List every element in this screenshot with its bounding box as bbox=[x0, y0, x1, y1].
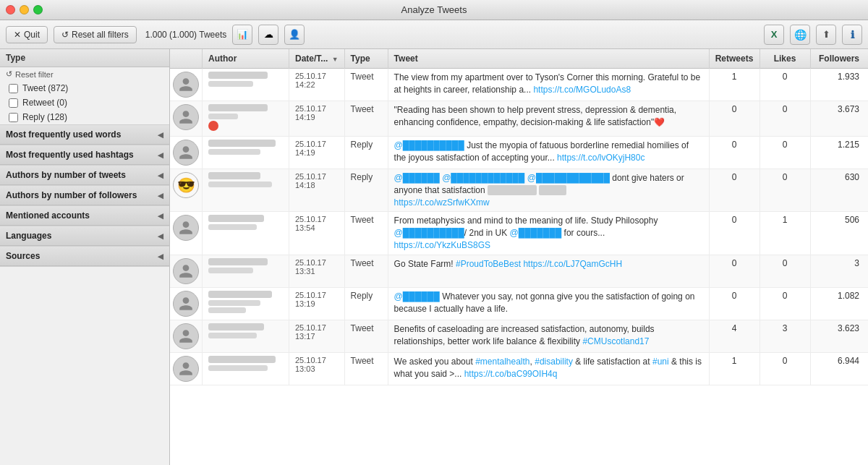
date-cell: 25.10.1713:03 bbox=[289, 352, 345, 385]
table-row: 25.10.1713:54 Tweet From metaphysics and… bbox=[170, 212, 868, 255]
author-handle bbox=[208, 149, 260, 155]
col-type[interactable]: Type bbox=[344, 49, 388, 69]
mention: @██████ bbox=[394, 173, 440, 183]
sources-section-header[interactable]: Sources ◀ bbox=[0, 247, 169, 266]
sidebar-section-words: Most frequently used words ◀ bbox=[0, 125, 169, 145]
minimize-button[interactable] bbox=[20, 5, 29, 14]
date-cell: 25.10.1713:17 bbox=[289, 320, 345, 352]
tweet-link[interactable]: https://t.co/LJ7QamGcHH bbox=[523, 259, 622, 269]
author-cell bbox=[203, 169, 289, 212]
reset-filter-button[interactable]: ↺ Reset filter bbox=[0, 67, 169, 81]
tweet-link[interactable]: https://t.co/YkzKuBS8GS bbox=[394, 240, 490, 250]
close-button[interactable] bbox=[6, 5, 15, 14]
languages-section-header[interactable]: Languages ◀ bbox=[0, 226, 169, 246]
avatar bbox=[173, 72, 199, 98]
user-icon: 👤 bbox=[289, 29, 300, 40]
tweet-link[interactable]: https://t.co/MGOLudoAs8 bbox=[533, 85, 631, 95]
retweet-filter-checkbox[interactable]: Retweet (0) bbox=[0, 95, 169, 110]
chart-icon: 📊 bbox=[237, 29, 248, 40]
mention: @██████████ bbox=[394, 140, 464, 150]
author-name bbox=[208, 172, 260, 179]
mentioned-section-header[interactable]: Mentioned accounts ◀ bbox=[0, 206, 169, 226]
blurred-text: ████████ bbox=[488, 185, 537, 195]
retweets-cell: 0 bbox=[709, 212, 760, 255]
likes-cell: 0 bbox=[760, 255, 810, 287]
col-avatar bbox=[170, 49, 203, 69]
person-icon bbox=[178, 145, 194, 161]
words-section-header[interactable]: Most frequently used words ◀ bbox=[0, 125, 169, 145]
followers-cell: 1.215 bbox=[810, 137, 868, 169]
type-header-label: Type bbox=[6, 53, 25, 63]
reply-filter-checkbox[interactable]: Reply (128) bbox=[0, 110, 169, 124]
hashtag: #ProudToBeBest bbox=[456, 259, 521, 269]
tweet-cell: From metaphysics and mind to the meaning… bbox=[388, 212, 709, 255]
avatar-cell: 😎 bbox=[170, 169, 203, 212]
person-icon bbox=[178, 296, 194, 312]
reset-filters-button[interactable]: ↺ Reset all filters bbox=[54, 26, 137, 43]
avatar: 😎 bbox=[173, 172, 199, 198]
col-followers[interactable]: Followers bbox=[810, 49, 868, 69]
type-cell: Reply bbox=[344, 287, 388, 320]
avatar bbox=[173, 291, 199, 317]
tweet-filter-checkbox[interactable]: Tweet (872) bbox=[0, 81, 169, 95]
reply-checkbox-input[interactable] bbox=[9, 113, 18, 122]
sources-chevron-icon: ◀ bbox=[158, 252, 163, 260]
title-bar: Analyze Tweets bbox=[0, 0, 868, 20]
col-author[interactable]: Author bbox=[203, 49, 289, 69]
person-icon bbox=[178, 263, 194, 279]
col-retweets[interactable]: Retweets bbox=[709, 49, 760, 69]
hashtags-section-header[interactable]: Most frequently used hashtags ◀ bbox=[0, 145, 169, 165]
hashtags-chevron-icon: ◀ bbox=[158, 151, 163, 159]
export-button[interactable]: ⬆ bbox=[816, 25, 836, 45]
authors-followers-section-header[interactable]: Authors by number of followers ◀ bbox=[0, 186, 169, 205]
sidebar-section-mentioned: Mentioned accounts ◀ bbox=[0, 206, 169, 226]
col-likes[interactable]: Likes bbox=[760, 49, 810, 69]
window-title: Analyze Tweets bbox=[401, 4, 467, 15]
table-row: 25.10.1714:19 Tweet "Reading has been sh… bbox=[170, 101, 868, 137]
table-row: 25.10.1713:17 Tweet Benefits of caseload… bbox=[170, 320, 868, 352]
cloud-icon-btn[interactable]: ☁ bbox=[258, 25, 278, 45]
retweets-cell: 0 bbox=[709, 255, 760, 287]
avatar bbox=[173, 258, 199, 284]
excel-icon: X bbox=[771, 29, 778, 40]
person-icon bbox=[178, 328, 194, 344]
retweet-checkbox-input[interactable] bbox=[9, 98, 18, 108]
info-button[interactable]: ℹ bbox=[842, 25, 862, 45]
web-button[interactable]: 🌐 bbox=[790, 25, 810, 45]
words-section-label: Most frequently used words bbox=[6, 129, 121, 140]
reset-filter-label: Reset filter bbox=[15, 70, 54, 79]
main-layout: Type ↺ Reset filter Tweet (872) Retweet … bbox=[0, 49, 868, 465]
followers-cell: 3.623 bbox=[810, 320, 868, 352]
sidebar-section-languages: Languages ◀ bbox=[0, 226, 169, 247]
avatar-cell bbox=[170, 137, 203, 169]
chart-icon-btn[interactable]: 📊 bbox=[232, 25, 252, 45]
tweet-link[interactable]: https://t.co/wzSrfwKXmw bbox=[394, 197, 490, 208]
mentioned-chevron-icon: ◀ bbox=[158, 212, 163, 220]
avatar-cell bbox=[170, 69, 203, 101]
date-cell: 25.10.1713:19 bbox=[289, 287, 345, 320]
likes-cell: 0 bbox=[760, 69, 810, 101]
author-name bbox=[208, 258, 268, 265]
tweet-link[interactable]: https://t.co/baC99OIH4q bbox=[464, 369, 558, 379]
red-badge bbox=[208, 121, 218, 131]
authors-tweets-section-header[interactable]: Authors by number of tweets ◀ bbox=[0, 166, 169, 185]
tweet-link[interactable]: https://t.co/lvOKyjH80c bbox=[557, 153, 644, 163]
maximize-button[interactable] bbox=[33, 5, 43, 14]
author-handle bbox=[208, 224, 257, 230]
type-filter-header: Type bbox=[0, 49, 169, 67]
author-handle bbox=[208, 365, 268, 371]
tweet-checkbox-input[interactable] bbox=[9, 84, 18, 93]
hashtag: #CMUscotland17 bbox=[582, 336, 649, 346]
user-icon-btn[interactable]: 👤 bbox=[284, 25, 305, 45]
tweet-cell: Go State Farm! #ProudToBeBest https://t.… bbox=[388, 255, 709, 287]
mentioned-section-label: Mentioned accounts bbox=[6, 210, 90, 221]
sidebar-section-authors-followers: Authors by number of followers ◀ bbox=[0, 186, 169, 206]
author-cell bbox=[203, 352, 289, 385]
author-handle bbox=[208, 300, 260, 306]
table-row: 25.10.1714:22 Tweet The view from my apa… bbox=[170, 69, 868, 101]
author-cell bbox=[203, 255, 289, 287]
authors-tweets-chevron-icon: ◀ bbox=[158, 171, 163, 179]
excel-export-button[interactable]: X bbox=[764, 25, 784, 45]
col-date[interactable]: Date/T... ▼ bbox=[289, 49, 345, 69]
quit-button[interactable]: ✕ Quit bbox=[6, 26, 48, 43]
